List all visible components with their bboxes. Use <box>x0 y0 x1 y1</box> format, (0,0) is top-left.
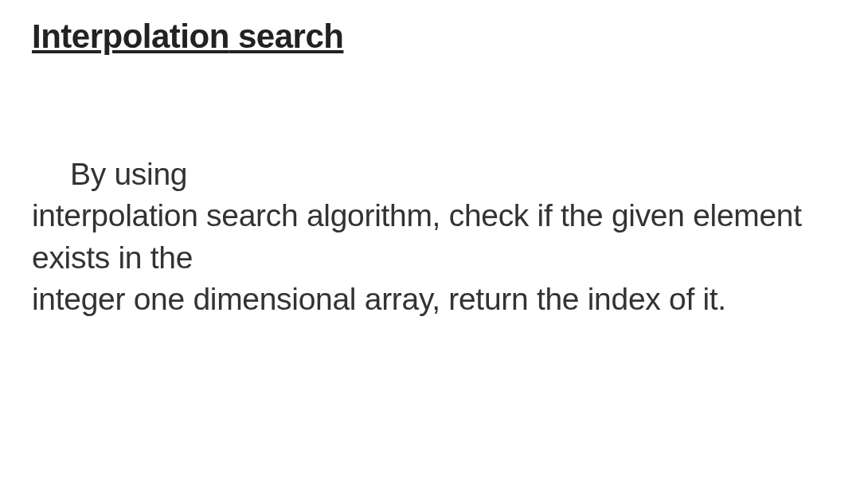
title-line-2: search <box>238 18 343 55</box>
title-line-1: Interpolation <box>32 18 229 55</box>
body-line-1: By using <box>32 154 828 196</box>
body-line-3: integer one dimensional array, return th… <box>32 279 828 321</box>
body-line-2: interpolation search algorithm, check if… <box>32 195 828 279</box>
document-title: Interpolation search <box>32 16 828 58</box>
document-body: By using interpolation search algorithm,… <box>32 154 828 322</box>
